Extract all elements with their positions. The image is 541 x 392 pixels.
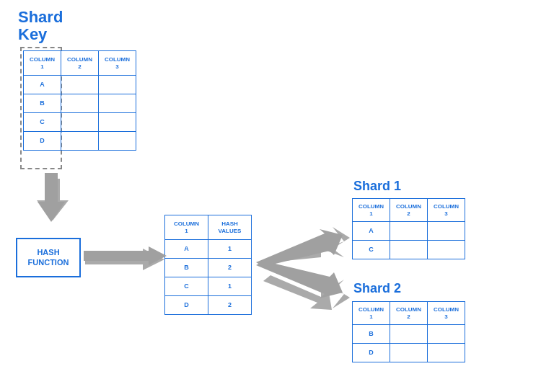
shard1-col1-header: COLUMN1 — [353, 199, 390, 222]
hash-d-val: 2 — [208, 296, 252, 315]
cell-a-3 — [99, 76, 136, 94]
table-row: B 2 — [165, 259, 252, 277]
cell-a-1: A — [24, 76, 61, 94]
svg-marker-5 — [38, 173, 65, 222]
lower-right-arrow-svg — [256, 258, 350, 306]
hash-b-val: 2 — [208, 259, 252, 277]
shard2-d-3 — [428, 344, 465, 362]
hash-table: COLUMN1 HASHVALUES A 1 B 2 C 1 D 2 — [164, 215, 252, 315]
table-row: A — [353, 222, 465, 241]
shard2-b-2 — [390, 325, 428, 344]
shard2-b-1: B — [353, 325, 390, 344]
shard2-b-3 — [428, 325, 465, 344]
svg-marker-8 — [256, 261, 343, 298]
table-row: A 1 — [165, 240, 252, 259]
shard2-d-1: D — [353, 344, 390, 362]
shard2-label: Shard 2 — [353, 281, 401, 296]
table-row: D — [353, 344, 465, 362]
cell-d-2 — [61, 132, 99, 151]
hash-a-col: A — [165, 240, 208, 259]
hash-b-col: B — [165, 259, 208, 277]
table-row: C — [353, 241, 465, 259]
source-col3-header: COLUMN3 — [99, 51, 136, 76]
hash-a-val: 1 — [208, 240, 252, 259]
shard1-table: COLUMN1 COLUMN2 COLUMN3 A C — [352, 198, 465, 259]
diagram: ShardKey COLUMN1 COLUMN2 COLUMN3 A B C — [0, 0, 541, 392]
hash-c-col: C — [165, 277, 208, 296]
shard2-d-2 — [390, 344, 428, 362]
table-row: B — [353, 325, 465, 344]
cell-c-1: C — [24, 113, 61, 132]
cell-d-1: D — [24, 132, 61, 151]
shard2-table: COLUMN1 COLUMN2 COLUMN3 B D — [352, 301, 465, 362]
shard-key-label: ShardKey — [18, 9, 63, 43]
cell-b-1: B — [24, 94, 61, 113]
hash-c-val: 1 — [208, 277, 252, 296]
source-table: COLUMN1 COLUMN2 COLUMN3 A B C D — [23, 50, 136, 151]
table-row: D 2 — [165, 296, 252, 315]
shard1-col2-header: COLUMN2 — [390, 199, 428, 222]
table-row: C — [24, 113, 136, 132]
cell-c-3 — [99, 113, 136, 132]
shard2-col2-header: COLUMN2 — [390, 302, 428, 325]
shard2-col3-header: COLUMN3 — [428, 302, 465, 325]
shard1-c-3 — [428, 241, 465, 259]
shard1-c-1: C — [353, 241, 390, 259]
svg-marker-6 — [84, 246, 167, 265]
shard2-col1-header: COLUMN1 — [353, 302, 390, 325]
shard1-a-2 — [390, 222, 428, 241]
cell-d-3 — [99, 132, 136, 151]
down-arrow-svg — [38, 173, 69, 223]
hash-col2-header: HASHVALUES — [208, 215, 252, 240]
cell-b-2 — [61, 94, 99, 113]
hash-d-col: D — [165, 296, 208, 315]
table-row: A — [24, 76, 136, 94]
shard1-a-1: A — [353, 222, 390, 241]
cell-c-2 — [61, 113, 99, 132]
hash-function-label: HASHFUNCTION — [28, 248, 69, 267]
hash-col1-header: COLUMN1 — [165, 215, 208, 240]
source-col1-header: COLUMN1 — [24, 51, 61, 76]
shard1-a-3 — [428, 222, 465, 241]
right-arrow-hash-svg — [84, 246, 167, 265]
cell-b-3 — [99, 94, 136, 113]
source-col2-header: COLUMN2 — [61, 51, 99, 76]
shard1-c-2 — [390, 241, 428, 259]
table-row: C 1 — [165, 277, 252, 296]
cell-a-2 — [61, 76, 99, 94]
shard1-label: Shard 1 — [353, 179, 401, 194]
table-row: D — [24, 132, 136, 151]
table-row: B — [24, 94, 136, 113]
hash-function-box: HASHFUNCTION — [16, 238, 81, 277]
shard1-col3-header: COLUMN3 — [428, 199, 465, 222]
